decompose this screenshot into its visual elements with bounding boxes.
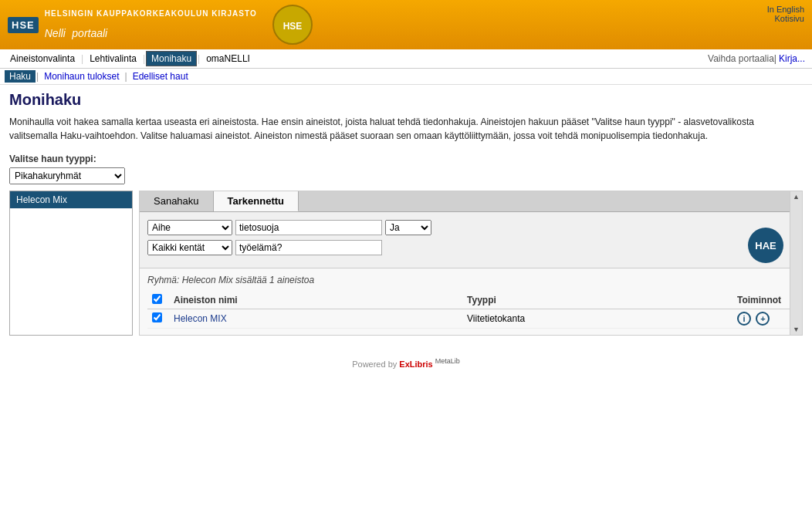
col-header-name: Aineiston nimi [169, 292, 462, 309]
subnav-edelliset-haut[interactable]: Edelliset haut [128, 70, 193, 83]
table-row: Helecon MIX Viitetietokanta i + [147, 309, 794, 329]
header-brand-suffix: portaali [72, 27, 107, 39]
select-all-checkbox[interactable] [152, 294, 162, 304]
scroll-up-arrow[interactable]: ▲ [793, 193, 800, 201]
header-brand: Nelli portaali [45, 18, 257, 41]
link-kotisivu[interactable]: Kotisivu [767, 14, 804, 23]
tab-tarkennettu[interactable]: Tarkennettu [214, 191, 299, 211]
add-icon[interactable]: + [756, 312, 770, 326]
row-type-cell: Viitetietokanta [462, 309, 732, 329]
results-area: Ryhmä: Helecon Mix sisältää 1 aineistoa … [140, 268, 802, 335]
header-institution: HELSINGIN KAUPPAKORKEAKOULUN KIRJASTO [45, 9, 257, 18]
link-english[interactable]: In English [767, 5, 804, 14]
col-header-actions: Toiminnot [732, 292, 794, 309]
search-row-1: Aihe Kaikki kentät Otsikko Tekijä Ja Tai… [147, 220, 794, 235]
bool-select-1[interactable]: Ja Tai Ei [385, 220, 431, 235]
field-select-2[interactable]: Aihe Kaikki kentät Otsikko Tekijä [147, 240, 232, 255]
header: HSE HELSINGIN KAUPPAKORKEAKOULUN KIRJAST… [0, 0, 812, 49]
nav-omanelli[interactable]: omaNELLI [201, 51, 255, 66]
subnav: Haku | Monihaun tulokset | Edelliset hau… [0, 69, 812, 85]
search-input-1[interactable] [235, 220, 382, 235]
scroll-down-arrow[interactable]: ▼ [793, 326, 800, 333]
footer-powered-by: Powered by [352, 360, 397, 369]
header-links: In English Kotisivu [767, 5, 804, 23]
search-form: Aihe Kaikki kentät Otsikko Tekijä Ja Tai… [140, 212, 802, 268]
row-checkbox[interactable] [152, 312, 162, 322]
results-table: Aineiston nimi Tyyppi Toiminnot Helecon … [147, 292, 794, 329]
page-description: Monihaulla voit hakea samalla kertaa use… [9, 115, 803, 143]
left-panel: Helecon Mix [9, 191, 133, 336]
row-actions-cell: i + [732, 309, 794, 329]
header-logo: HSE HELSINGIN KAUPPAKORKEAKOULUN KIRJAST… [8, 5, 313, 45]
field-select-1[interactable]: Aihe Kaikki kentät Otsikko Tekijä [147, 220, 232, 235]
subnav-monihaun-tulokset[interactable]: Monihaun tulokset [39, 70, 123, 83]
tabs: Sanahaku Tarkennettu [140, 191, 802, 212]
tab-sanahaku[interactable]: Sanahaku [140, 191, 214, 211]
navbar-right-vaihda: Vaihda portaalia [708, 53, 774, 64]
search-form-inner: Aihe Kaikki kentät Otsikko Tekijä Ja Tai… [147, 220, 794, 255]
header-crest-icon: HSE [272, 5, 313, 45]
row-name-link[interactable]: Helecon MIX [174, 313, 227, 324]
info-icon[interactable]: i [737, 312, 751, 326]
scroll-indicator: ▲ ▼ [790, 191, 802, 335]
right-panel: Sanahaku Tarkennettu Aihe Kaikki kentät … [139, 191, 803, 336]
navbar-right: Vaihda portaalia | Kirja... [708, 53, 807, 64]
svg-text:HSE: HSE [283, 21, 302, 32]
footer-exlibris: ExLibris [399, 360, 432, 369]
header-title-block: HELSINGIN KAUPPAKORKEAKOULUN KIRJASTO Ne… [45, 9, 257, 41]
footer: Powered by ExLibris MetaLib [0, 342, 812, 376]
col-header-checkbox [147, 292, 169, 309]
col-header-type: Tyyppi [462, 292, 732, 309]
search-type-label: Valitse haun tyyppi: [9, 154, 803, 164]
results-group-label: Ryhmä: Helecon Mix sisältää 1 aineistoa [147, 275, 794, 285]
hse-badge: HSE [8, 17, 39, 33]
navbar-right-kirja[interactable]: Kirja... [776, 53, 807, 64]
row-checkbox-cell [147, 309, 169, 329]
row-name-cell: Helecon MIX [169, 309, 462, 329]
footer-metalib: MetaLib [435, 357, 460, 365]
content-area: Helecon Mix Sanahaku Tarkennettu Aihe Ka… [9, 191, 803, 336]
nav-aineistonvalinta[interactable]: Aineistonvalinta [5, 51, 80, 66]
navbar: Aineistonvalinta | Lehtivalinta | Moniha… [0, 49, 812, 69]
nav-monihaku[interactable]: Monihaku [146, 51, 197, 66]
nav-lehtivalinta[interactable]: Lehtivalinta [84, 51, 142, 66]
page-title: Monihaku [9, 91, 803, 109]
hae-button[interactable]: HAE [748, 228, 783, 263]
search-input-2[interactable] [235, 240, 382, 255]
search-row-2: Aihe Kaikki kentät Otsikko Tekijä [147, 240, 794, 255]
search-type-select[interactable]: Pikahakuryhmät Haku Selaus [9, 167, 125, 184]
subnav-haku[interactable]: Haku [5, 70, 36, 83]
left-panel-item-helecon-mix[interactable]: Helecon Mix [10, 191, 132, 208]
main-content: Monihaku Monihaulla voit hakea samalla k… [0, 85, 812, 342]
